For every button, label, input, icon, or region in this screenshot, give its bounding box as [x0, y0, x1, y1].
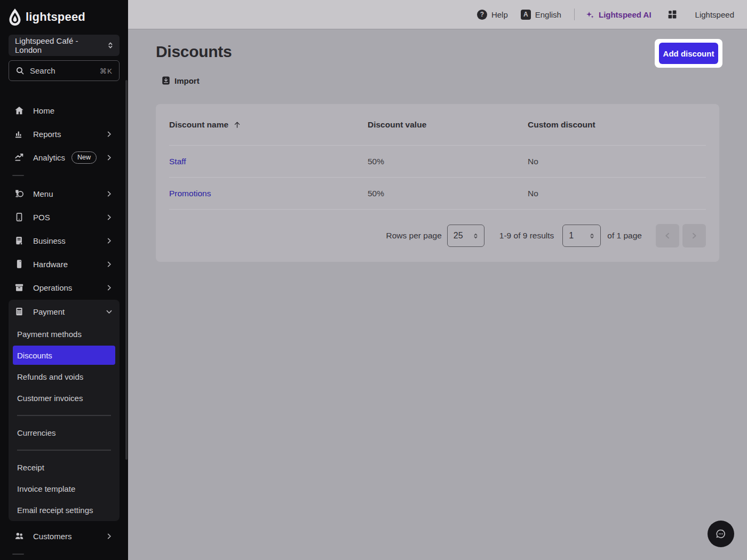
apps-grid-icon	[667, 10, 677, 19]
sidebar-item-operations[interactable]: Operations	[9, 276, 120, 299]
chevron-right-icon	[105, 154, 113, 162]
page-title: Discounts	[156, 43, 232, 61]
page-number-value: 1	[569, 231, 574, 241]
sidebar-item-label: Customers	[33, 532, 72, 541]
new-badge: New	[71, 151, 97, 164]
language-label: English	[535, 10, 561, 19]
sidebar-item-pos[interactable]: POS	[9, 205, 120, 229]
menu-icon	[14, 189, 24, 198]
sidebar-item-analytics[interactable]: Analytics New	[9, 146, 120, 169]
sidebar-item-label: Reports	[33, 130, 61, 139]
chevron-right-icon	[105, 213, 113, 221]
subitem-label: Email receipt settings	[17, 506, 93, 515]
account-menu[interactable]: Lightspeed	[695, 10, 734, 19]
custom-discount-cell: No	[528, 189, 706, 198]
sidebar-nav: Home Reports Analytics New Menu POS Busi…	[9, 99, 120, 560]
pos-icon	[14, 212, 24, 222]
sidebar-item-home[interactable]: Home	[9, 99, 120, 122]
sidebar-subitem-discounts[interactable]: Discounts	[13, 346, 115, 365]
sidebar-subitem-invoice-template[interactable]: Invoice template	[9, 478, 120, 499]
reports-icon	[14, 129, 24, 139]
sidebar-divider	[9, 548, 120, 560]
sidebar-sub-divider	[9, 409, 120, 422]
sidebar-subitem-refunds-and-voids[interactable]: Refunds and voids	[9, 366, 120, 387]
hardware-icon	[14, 259, 24, 269]
rows-per-page-value: 25	[454, 231, 463, 241]
chevron-right-icon	[105, 190, 113, 198]
topbar: ? Help A English Lightspeed AI Lightspee…	[128, 0, 747, 29]
add-discount-button[interactable]: Add discount	[659, 43, 718, 64]
sidebar-divider	[9, 169, 120, 182]
pagination-buttons	[656, 224, 706, 247]
chevron-right-icon	[105, 532, 113, 540]
sidebar-subitem-email-receipt-settings[interactable]: Email receipt settings	[9, 499, 120, 521]
customers-icon	[14, 531, 24, 541]
main-content: Discounts Import Add discount Discount n…	[128, 29, 747, 560]
sidebar-subitem-payment-methods[interactable]: Payment methods	[9, 323, 120, 345]
home-icon	[14, 106, 24, 115]
flame-logo-icon	[9, 9, 21, 26]
help-icon: ?	[477, 10, 487, 20]
chevron-left-icon	[663, 231, 672, 240]
help-button[interactable]: ? Help	[477, 10, 508, 20]
account-brand-label: Lightspeed	[695, 10, 734, 19]
subitem-label: Discounts	[17, 351, 52, 360]
table-row: Promotions 50% No	[169, 178, 706, 210]
sidebar-item-menu[interactable]: Menu	[9, 182, 120, 205]
sidebar-item-hardware[interactable]: Hardware	[9, 252, 120, 276]
subitem-label: Currencies	[17, 428, 56, 437]
help-label: Help	[491, 10, 508, 19]
analytics-icon	[14, 153, 24, 162]
language-icon: A	[521, 10, 531, 20]
language-button[interactable]: A English	[521, 10, 561, 20]
sidebar-subitem-customer-invoices[interactable]: Customer invoices	[9, 387, 120, 409]
search-input[interactable]: Search ⌘K	[9, 60, 120, 81]
logo-wordmark: lightspeed	[26, 10, 85, 24]
unfold-icon	[589, 232, 595, 240]
sidebar-item-reports[interactable]: Reports	[9, 122, 120, 146]
discounts-table-card: Discount name Discount value Custom disc…	[156, 104, 719, 262]
topbar-divider	[574, 9, 575, 20]
page-number-select[interactable]: 1	[562, 225, 601, 247]
column-header-discount-name[interactable]: Discount name	[169, 120, 368, 130]
sidebar-item-label: Menu	[33, 189, 53, 198]
sidebar-item-label: Home	[33, 106, 54, 115]
sidebar-item-customers[interactable]: Customers	[9, 524, 120, 548]
lightspeed-ai-label: Lightspeed AI	[599, 10, 651, 19]
chat-bubble-icon	[715, 528, 727, 540]
payment-group: Payment Payment methods Discounts Refund…	[9, 300, 120, 521]
import-icon	[161, 76, 171, 85]
subitem-label: Payment methods	[17, 330, 82, 339]
previous-page-button[interactable]	[656, 224, 679, 247]
sidebar-item-payment[interactable]: Payment	[9, 300, 120, 323]
subitem-label: Customer invoices	[17, 394, 83, 403]
lightspeed-ai-button[interactable]: Lightspeed AI	[585, 10, 651, 19]
chevron-right-icon	[105, 284, 113, 292]
sidebar-item-label: Business	[33, 236, 66, 245]
sidebar-item-label: Analytics	[33, 153, 65, 162]
search-shortcut: ⌘K	[99, 67, 113, 75]
location-label: Lightspeed Café - London	[15, 36, 106, 54]
discount-name-link[interactable]: Staff	[169, 157, 186, 166]
sidebar-subitem-receipt[interactable]: Receipt	[9, 457, 120, 478]
rows-per-page-select[interactable]: 25	[447, 225, 484, 247]
next-page-button[interactable]	[682, 224, 706, 247]
unfold-icon	[472, 232, 479, 240]
sidebar-subitem-currencies[interactable]: Currencies	[9, 422, 120, 443]
search-icon	[15, 66, 25, 75]
import-button[interactable]: Import	[161, 76, 200, 85]
sort-ascending-icon	[233, 121, 241, 129]
business-icon	[14, 236, 24, 245]
discount-name-link[interactable]: Promotions	[169, 189, 211, 198]
column-label: Discount name	[169, 120, 228, 130]
chevron-right-icon	[105, 130, 113, 138]
apps-grid-button[interactable]	[667, 10, 677, 19]
chat-fab-button[interactable]	[708, 521, 734, 547]
operations-icon	[14, 283, 24, 292]
sidebar-scrollbar[interactable]	[125, 80, 128, 460]
sidebar-item-label: Operations	[33, 283, 72, 292]
location-selector[interactable]: Lightspeed Café - London	[9, 35, 120, 56]
subitem-label: Receipt	[17, 463, 44, 472]
sidebar-item-business[interactable]: Business	[9, 229, 120, 252]
unfold-icon	[106, 41, 115, 50]
